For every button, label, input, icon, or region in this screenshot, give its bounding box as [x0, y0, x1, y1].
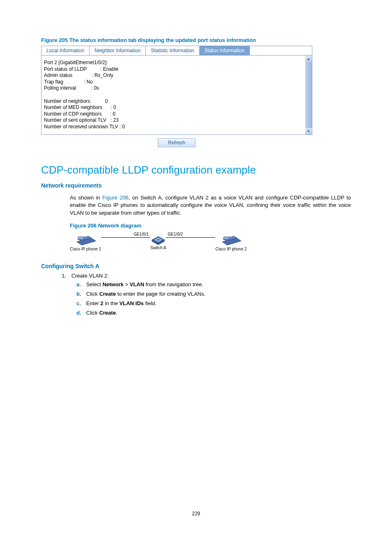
network-requirements-heading: Network requirements	[41, 182, 351, 189]
phone-1-label: Cisco IP phone 1	[70, 247, 101, 251]
tab-status-information[interactable]: Status Information	[200, 46, 250, 55]
refresh-button[interactable]: Refresh	[158, 138, 196, 147]
text-fragment: Click	[86, 291, 99, 297]
step-number: 1.	[62, 273, 70, 279]
bold-text: Network	[102, 281, 123, 287]
switch-label: Switch A	[150, 246, 166, 250]
tab-local-information[interactable]: Local Information	[42, 46, 90, 55]
svg-rect-2	[78, 237, 84, 239]
text-fragment: As shown in	[70, 195, 102, 201]
bold-text: 2	[100, 300, 103, 306]
tab-neighbor-information[interactable]: Neighbor Information	[90, 46, 146, 55]
phone-2-label: Cisco IP phone 2	[215, 247, 247, 251]
text-fragment: >	[124, 281, 130, 287]
network-diagram: Cisco IP phone 1 GE1/0/1 Switch A GE1/0/…	[70, 232, 351, 251]
link-1: GE1/0/1	[101, 237, 150, 238]
text-fragment: field.	[144, 300, 157, 306]
tab-statistic-information[interactable]: Statistic Information	[146, 46, 199, 55]
switch-icon	[150, 233, 166, 246]
substep-b: b. Click Create to enter the page for cr…	[76, 291, 351, 297]
text-fragment: to enter the page for creating VLANs.	[116, 291, 205, 297]
substep-letter: c.	[76, 300, 85, 306]
bold-text: Create	[99, 291, 115, 297]
text-fragment: .	[116, 310, 118, 316]
bold-text: Create	[99, 310, 115, 316]
step-text: Create VLAN 2:	[71, 273, 109, 279]
phone-1-node: Cisco IP phone 1	[70, 232, 101, 251]
text-fragment: from the navigation tree.	[144, 281, 203, 287]
link-2: GE1/0/2	[166, 237, 215, 238]
ip-phone-icon	[74, 232, 97, 247]
figure-206-caption: Figure 206 Network diagram	[70, 222, 351, 229]
switch-node: Switch A	[150, 233, 166, 250]
substep-d: d. Click Create.	[76, 310, 351, 316]
status-panel: Local Information Neighbor Information S…	[41, 46, 312, 135]
svg-rect-8	[223, 237, 230, 239]
substep-letter: b.	[76, 291, 85, 297]
text-fragment: Select	[86, 281, 103, 287]
substep-letter: d.	[76, 310, 85, 316]
text-fragment: Click	[86, 310, 99, 316]
network-requirements-text: As shown in Figure 206, on Switch A, con…	[70, 194, 351, 218]
scrollbar[interactable]: ▲ ▼	[305, 56, 312, 134]
text-fragment: Enter	[86, 300, 101, 306]
step-1: 1. Create VLAN 2: a. Select Network > VL…	[62, 273, 351, 316]
bold-text: VLAN IDs	[120, 300, 144, 306]
port-label-1: GE1/0/1	[134, 232, 149, 236]
bold-text: VLAN	[130, 281, 144, 287]
ip-phone-icon	[220, 232, 242, 247]
status-content: Port 2 [GigabitEthernet1/0/2]: Port stat…	[42, 56, 305, 134]
substep-letter: a.	[76, 281, 85, 287]
page-number: 229	[0, 511, 392, 517]
figure-206-link[interactable]: Figure 206	[102, 195, 129, 201]
figure-205-caption: Figure 205 The status information tab di…	[41, 37, 351, 43]
section-title: CDP-compatible LLDP configuration exampl…	[41, 164, 351, 176]
substep-c: c. Enter 2 in the VLAN IDs field.	[76, 300, 351, 306]
scroll-down-icon[interactable]: ▼	[305, 128, 312, 134]
tabs-row: Local Information Neighbor Information S…	[42, 46, 312, 56]
text-fragment: in the	[104, 300, 120, 306]
substep-a: a. Select Network > VLAN from the naviga…	[76, 281, 351, 287]
scroll-up-icon[interactable]: ▲	[305, 56, 312, 62]
phone-2-node: Cisco IP phone 2	[215, 232, 247, 251]
configuring-switch-a-heading: Configuring Switch A	[41, 263, 351, 269]
port-label-2: GE1/0/2	[168, 232, 183, 236]
